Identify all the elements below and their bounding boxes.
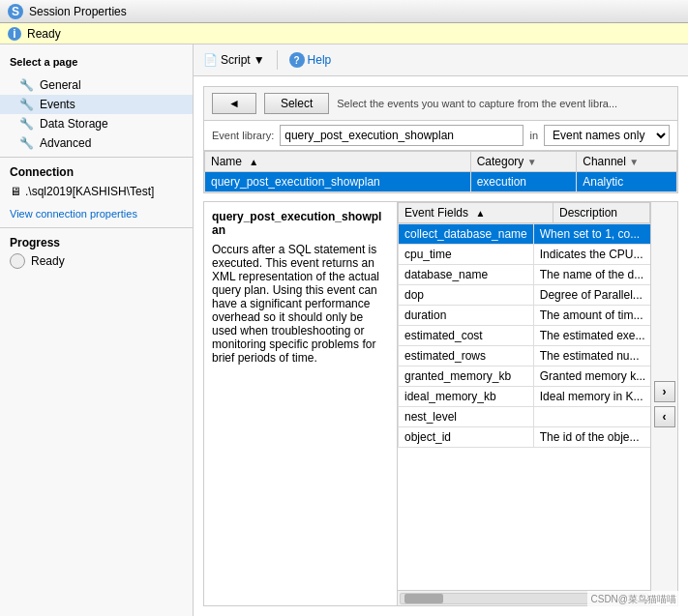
view-connection-link[interactable]: View connection properties xyxy=(10,208,183,220)
connection-section: Connection 🖥 .\sql2019[KASHISH\Test] Vie… xyxy=(0,157,193,227)
filter-row: Event library: in Event names only All c… xyxy=(204,121,677,151)
cell-category: execution xyxy=(470,172,577,192)
event-description: query_post_execution_showpl an Occurs af… xyxy=(204,202,398,605)
fields-table: collect_database_name When set to 1, co.… xyxy=(398,223,650,448)
fields-row-5[interactable]: estimated_cost The estimated exe... xyxy=(399,326,651,346)
content-area: 📄 Script ▼ ? Help ◄ Select xyxy=(194,44,688,616)
script-button[interactable]: 📄 Script ▼ xyxy=(203,53,265,67)
col-category[interactable]: Category ▼ xyxy=(470,152,577,172)
field-desc-10: The id of the obje... xyxy=(533,427,650,448)
col-description[interactable]: Description xyxy=(553,203,650,223)
page-content: ◄ Select Select the events you want to c… xyxy=(194,76,688,616)
fields-row-10[interactable]: object_id The id of the obje... xyxy=(399,427,651,448)
select-button[interactable]: Select xyxy=(264,93,329,114)
events-table: Name ▲ Category ▼ Channel ▼ xyxy=(204,151,677,192)
fields-row-4[interactable]: duration The amount of tim... xyxy=(399,306,651,326)
watermark: CSDN@菜鸟猫喵喵 xyxy=(587,591,681,608)
col-channel[interactable]: Channel ▼ xyxy=(577,152,677,172)
progress-item: Ready xyxy=(10,253,183,269)
fields-row-8[interactable]: ideal_memory_kb Ideal memory in K... xyxy=(399,387,651,407)
filter-category-icon[interactable]: ▼ xyxy=(527,157,537,167)
advanced-icon: 🔧 xyxy=(19,136,34,150)
sidebar-label-datastorage: Data Storage xyxy=(40,117,108,131)
field-desc-9 xyxy=(533,407,650,427)
filter-channel-icon[interactable]: ▼ xyxy=(629,157,639,167)
nav-right-button[interactable]: › xyxy=(654,381,675,402)
nav-right-icon: › xyxy=(663,385,667,398)
event-desc-text: Occurs after a SQL statement is executed… xyxy=(212,243,389,365)
fields-row-6[interactable]: estimated_rows The estimated nu... xyxy=(399,346,651,367)
progress-section: Progress Ready xyxy=(0,227,193,277)
fields-row-0[interactable]: collect_database_name When set to 1, co.… xyxy=(399,224,651,245)
sidebar-label-advanced: Advanced xyxy=(40,136,91,150)
server-icon: 🖥 xyxy=(10,185,21,198)
back-arrow-icon: ◄ xyxy=(228,97,240,110)
select-description: Select the events you want to capture fr… xyxy=(337,98,670,109)
field-desc-5: The estimated exe... xyxy=(533,326,650,346)
select-label: Select xyxy=(281,97,313,110)
filter-in-label: in xyxy=(529,130,538,141)
title-bar: S Session Properties xyxy=(0,0,688,23)
field-name-5: estimated_cost xyxy=(399,326,534,346)
sidebar-item-advanced[interactable]: 🔧 Advanced xyxy=(0,133,193,153)
filter-input[interactable] xyxy=(280,125,523,146)
back-button[interactable]: ◄ xyxy=(212,93,256,114)
sidebar-item-general[interactable]: 🔧 General xyxy=(0,75,193,95)
sidebar-section: 🔧 General 🔧 Events 🔧 Data Storage 🔧 Adva… xyxy=(0,75,193,153)
datastorage-icon: 🔧 xyxy=(19,117,34,131)
cell-name: query_post_execution_showplan xyxy=(205,172,471,192)
fields-panel: Event Fields ▲ Description xyxy=(398,202,650,605)
fields-table-wrapper[interactable]: collect_database_name When set to 1, co.… xyxy=(398,223,650,590)
fields-row-3[interactable]: dop Degree of Parallel... xyxy=(399,285,651,306)
sidebar-label-general: General xyxy=(40,78,81,92)
field-desc-2: The name of the d... xyxy=(533,265,650,285)
script-label: Script xyxy=(221,53,251,67)
col-event-fields[interactable]: Event Fields ▲ xyxy=(399,203,553,223)
sort-fields-icon: ▲ xyxy=(475,208,485,219)
toolbar-separator xyxy=(277,50,278,70)
field-name-8: ideal_memory_kb xyxy=(399,387,534,407)
fields-row-1[interactable]: cpu_time Indicates the CPU... xyxy=(399,245,651,265)
select-header: ◄ Select Select the events you want to c… xyxy=(204,87,677,121)
help-label: Help xyxy=(308,53,332,67)
field-desc-3: Degree of Parallel... xyxy=(533,285,650,306)
fields-row-9[interactable]: nest_level xyxy=(399,407,651,427)
field-desc-6: The estimated nu... xyxy=(533,346,650,367)
select-panel: ◄ Select Select the events you want to c… xyxy=(203,86,678,193)
sort-name-icon: ▲ xyxy=(249,157,258,167)
field-name-0: collect_database_name xyxy=(399,224,534,245)
cell-channel: Analytic xyxy=(577,172,677,192)
fields-table-header: Event Fields ▲ Description xyxy=(398,202,650,223)
app-icon: S xyxy=(8,4,23,19)
general-icon: 🔧 xyxy=(19,78,34,92)
connection-item: 🖥 .\sql2019[KASHISH\Test] xyxy=(10,183,183,200)
field-name-1: cpu_time xyxy=(399,245,534,265)
nav-left-icon: ‹ xyxy=(663,410,667,424)
filter-select[interactable]: Event names only All columns xyxy=(544,125,670,146)
field-name-3: dop xyxy=(399,285,534,306)
nav-left-button[interactable]: ‹ xyxy=(654,406,675,427)
table-row[interactable]: query_post_execution_showplan execution … xyxy=(205,172,677,192)
scrollbar-thumb xyxy=(404,594,443,603)
sidebar-item-datastorage[interactable]: 🔧 Data Storage xyxy=(0,114,193,133)
bottom-panel: query_post_execution_showpl an Occurs af… xyxy=(203,201,678,606)
fields-row-7[interactable]: granted_memory_kb Granted memory k... xyxy=(399,367,651,387)
progress-circle xyxy=(10,253,25,269)
progress-status: Ready xyxy=(31,254,65,268)
filter-label: Event library: xyxy=(212,130,274,141)
events-table-wrapper: Name ▲ Category ▼ Channel ▼ xyxy=(204,151,677,192)
status-bar: i Ready xyxy=(0,23,688,44)
fields-row-2[interactable]: database_name The name of the d... xyxy=(399,265,651,285)
sidebar: Select a page 🔧 General 🔧 Events 🔧 Data … xyxy=(0,44,194,616)
sidebar-item-events[interactable]: 🔧 Events xyxy=(0,95,193,114)
col-name[interactable]: Name ▲ xyxy=(205,152,471,172)
help-button[interactable]: ? Help xyxy=(289,52,332,68)
toolbar: 📄 Script ▼ ? Help xyxy=(194,44,688,76)
field-name-10: object_id xyxy=(399,427,534,448)
nav-buttons: › ‹ xyxy=(650,202,677,605)
server-name: .\sql2019[KASHISH\Test] xyxy=(25,185,154,198)
script-icon: 📄 xyxy=(203,53,218,67)
field-name-2: database_name xyxy=(399,265,534,285)
status-text: Ready xyxy=(27,27,61,41)
help-icon: ? xyxy=(289,52,305,68)
